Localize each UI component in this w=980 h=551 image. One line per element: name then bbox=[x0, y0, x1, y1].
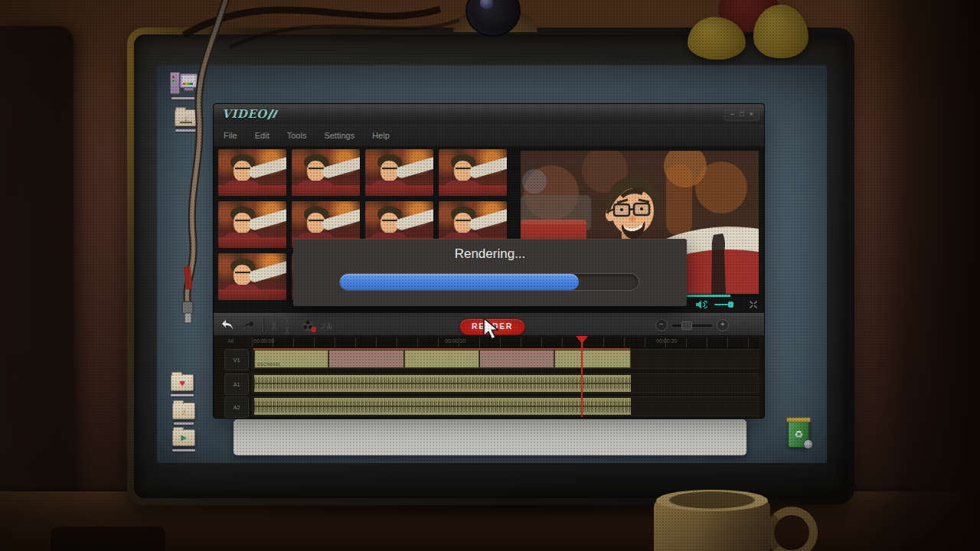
pc-tower bbox=[170, 72, 180, 94]
v1-clip-row bbox=[254, 350, 631, 368]
background-window[interactable] bbox=[234, 419, 746, 455]
thumb-art-booth bbox=[365, 185, 433, 196]
audio-track-a2[interactable] bbox=[252, 396, 759, 416]
timeline-zoom-control: − + bbox=[655, 319, 729, 331]
pc-monitor bbox=[180, 73, 198, 88]
media-bin-thumbnail[interactable] bbox=[439, 149, 507, 196]
film-reel-icon[interactable] bbox=[302, 319, 314, 331]
heart-icon: ♥ bbox=[172, 375, 193, 390]
menu-settings[interactable]: Settings bbox=[324, 131, 354, 140]
pc-colorbar bbox=[183, 83, 193, 85]
menu-file[interactable]: File bbox=[224, 131, 237, 140]
media-bin-thumbnail[interactable] bbox=[218, 201, 286, 248]
timeline-clip[interactable] bbox=[479, 350, 554, 368]
razor-multi-icon[interactable]: ✂✂ bbox=[281, 316, 292, 334]
close-button[interactable]: × bbox=[750, 109, 753, 119]
menu-bar: File Edit Tools Settings Help bbox=[214, 124, 764, 147]
media-bin-thumbnail[interactable] bbox=[218, 253, 286, 300]
videos-folder-icon: ▶ bbox=[172, 429, 195, 446]
zoom-handle[interactable] bbox=[681, 321, 692, 330]
audio-note-icon[interactable]: ♪ bbox=[320, 318, 332, 332]
menu-help[interactable]: Help bbox=[372, 131, 390, 140]
menu-edit[interactable]: Edit bbox=[255, 131, 270, 140]
waveform-a2 bbox=[254, 398, 631, 415]
volume-slider[interactable] bbox=[714, 304, 742, 305]
webcam-lens-glint bbox=[480, 0, 493, 9]
game-scene: ↓ ♥ ♪ ▶ ♻ VI bbox=[0, 0, 980, 551]
volume-fill bbox=[714, 304, 730, 305]
desktop-icon-recycle-bin[interactable]: ♻ bbox=[785, 420, 812, 448]
wardrobe bbox=[0, 26, 74, 551]
pc-screen bbox=[182, 76, 195, 86]
volume-handle[interactable] bbox=[728, 302, 733, 308]
music-folder-icon: ♪ bbox=[172, 403, 195, 419]
render-progress-fill bbox=[340, 274, 579, 290]
record-dot bbox=[311, 327, 316, 332]
track-header-a2[interactable]: A2 bbox=[224, 396, 249, 418]
media-bin-thumbnail[interactable] bbox=[218, 149, 286, 196]
playhead-line[interactable] bbox=[581, 337, 583, 417]
audio-track-a1[interactable] bbox=[252, 373, 759, 393]
mug-rim bbox=[656, 490, 768, 511]
media-bin-thumbnail[interactable] bbox=[365, 149, 433, 196]
pc-stand bbox=[184, 87, 194, 91]
note-glyph: ♪ bbox=[320, 318, 326, 331]
monitor-screen: ↓ ♥ ♪ ▶ ♻ VI bbox=[157, 65, 827, 463]
desktop-icon-videos[interactable]: ▶ bbox=[170, 429, 198, 452]
timeline-clip[interactable] bbox=[328, 350, 404, 368]
cut-icon[interactable]: ✂ bbox=[269, 321, 279, 330]
clip-selection-line bbox=[253, 348, 630, 350]
video-track-v1[interactable]: DSCN6431 bbox=[252, 349, 759, 369]
pc-led bbox=[172, 80, 175, 82]
desktop-icon-favorites[interactable]: ♥ bbox=[168, 374, 196, 396]
timeline-ruler[interactable]: 00:00:00 00:00:10 00:00:20 bbox=[252, 337, 759, 348]
thumb-art-booth bbox=[292, 185, 360, 196]
timeline-clip[interactable] bbox=[554, 350, 631, 368]
track-header-v1[interactable]: V1 bbox=[224, 349, 249, 370]
download-tray bbox=[180, 122, 192, 123]
bin-badge bbox=[803, 439, 813, 449]
minimize-button[interactable]: – bbox=[730, 109, 734, 119]
media-bin-thumbnail[interactable] bbox=[292, 149, 360, 196]
recycle-bin-icon: ♻ bbox=[788, 420, 809, 448]
my-computer-icon bbox=[170, 71, 196, 94]
toolbar-divider bbox=[263, 318, 263, 332]
thumb-art-booth bbox=[218, 237, 286, 248]
desktop-icon-downloads[interactable]: ↓ bbox=[172, 109, 200, 132]
thumb-art-booth bbox=[218, 185, 286, 196]
preview-controls bbox=[695, 298, 758, 311]
render-progress-bar bbox=[339, 273, 639, 291]
waveform-a1 bbox=[254, 375, 631, 392]
desktop-icon-music[interactable]: ♪ bbox=[170, 403, 198, 425]
menu-tools[interactable]: Tools bbox=[287, 131, 307, 140]
room-dark-side bbox=[850, 0, 980, 551]
music-note-icon: ♪ bbox=[173, 403, 194, 419]
zoom-in-button[interactable]: + bbox=[717, 319, 729, 331]
coffee-mug bbox=[654, 490, 807, 551]
thumb-art-booth bbox=[218, 289, 286, 300]
restore-button[interactable]: □ bbox=[740, 109, 743, 119]
toolbar-icons: ✂ ✂✂ ♪ bbox=[220, 314, 332, 336]
mouse-cursor bbox=[482, 318, 498, 341]
icon-label-bar bbox=[175, 129, 197, 132]
ruler-tick: 00:00:10 bbox=[445, 338, 466, 344]
redo-icon[interactable] bbox=[241, 319, 256, 331]
play-icon: ▶ bbox=[173, 430, 194, 445]
eq-bars bbox=[327, 323, 332, 329]
fullscreen-icon[interactable] bbox=[749, 300, 758, 309]
track-header-a1[interactable]: A1 bbox=[224, 373, 249, 395]
timeline-clip[interactable] bbox=[404, 350, 479, 368]
pc-led bbox=[172, 76, 175, 78]
timeline: All 00:00:00 00:00:10 00:00:20 V1 A1 A2 … bbox=[214, 335, 764, 418]
icon-label-bar bbox=[174, 422, 194, 425]
zoom-slider[interactable] bbox=[672, 324, 712, 327]
desktop-icon-my-computer[interactable] bbox=[169, 71, 197, 99]
downloads-folder-icon: ↓ bbox=[175, 109, 198, 126]
zoom-out-button[interactable]: − bbox=[655, 319, 668, 331]
keyboard bbox=[51, 527, 165, 551]
ruler-tick: 00:00:20 bbox=[656, 338, 677, 344]
speaker-icon[interactable] bbox=[695, 300, 707, 309]
undo-icon[interactable] bbox=[220, 319, 235, 331]
titlebar[interactable]: VIDEO – □ × bbox=[214, 104, 764, 125]
clip-filename: DSCN6431 bbox=[257, 362, 280, 367]
